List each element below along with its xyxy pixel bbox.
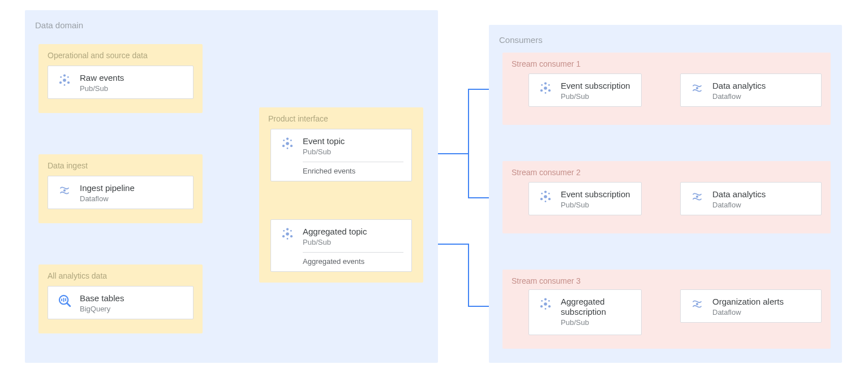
node-raw-events: Raw events Pub/Sub xyxy=(48,66,194,99)
svg-point-37 xyxy=(544,191,547,193)
node-event-topic: Event topic Pub/Sub Enriched events xyxy=(270,129,412,181)
svg-point-30 xyxy=(540,89,543,92)
node-sc2-sub-title: Event subscription xyxy=(561,189,633,199)
svg-point-51 xyxy=(696,303,698,305)
group-title-sc2: Stream consumer 2 xyxy=(512,168,822,177)
svg-point-8 xyxy=(67,81,70,84)
svg-point-31 xyxy=(548,89,551,92)
svg-point-11 xyxy=(64,84,66,86)
node-sc1-an-subtitle: Dataflow xyxy=(712,92,813,101)
node-sc3-subscription: Aggregated subscription Pub/Sub xyxy=(528,289,642,335)
svg-point-21 xyxy=(286,232,289,236)
svg-point-45 xyxy=(544,298,547,301)
svg-point-28 xyxy=(544,86,547,90)
svg-point-40 xyxy=(541,193,543,194)
svg-point-42 xyxy=(545,201,547,202)
group-title-operational-source: Operational and source data xyxy=(48,51,194,60)
group-title-sc1: Stream consumer 1 xyxy=(512,59,822,68)
pubsub-icon xyxy=(279,225,296,242)
group-title-all-analytics: All analytics data xyxy=(48,271,194,280)
svg-point-50 xyxy=(545,308,547,310)
svg-point-18 xyxy=(283,140,285,141)
svg-point-22 xyxy=(286,228,289,231)
svg-point-20 xyxy=(287,148,289,149)
svg-point-41 xyxy=(548,193,550,194)
dataflow-icon xyxy=(689,188,706,205)
svg-point-12 xyxy=(63,189,66,192)
svg-point-33 xyxy=(548,84,550,86)
svg-point-29 xyxy=(544,83,547,85)
bigquery-icon xyxy=(56,292,73,309)
svg-point-16 xyxy=(282,145,285,147)
group-title-product-interface: Product interface xyxy=(268,114,414,123)
svg-point-23 xyxy=(282,235,285,237)
pubsub-icon xyxy=(56,72,73,89)
node-sc2-an-subtitle: Dataflow xyxy=(712,201,813,209)
svg-point-32 xyxy=(541,84,543,86)
node-ingest-subtitle: Dataflow xyxy=(80,194,185,203)
svg-point-38 xyxy=(540,198,543,200)
node-aggregated-topic: Aggregated topic Pub/Sub Aggregated even… xyxy=(270,219,412,272)
pubsub-icon xyxy=(537,188,554,205)
node-agg-topic-subtitle: Pub/Sub xyxy=(303,238,403,246)
node-sc3-alerts: Organization alerts Dataflow xyxy=(680,289,822,323)
node-ingest-title: Ingest pipeline xyxy=(80,183,185,193)
node-sc3-an-title: Organization alerts xyxy=(712,297,813,307)
svg-point-39 xyxy=(548,198,551,200)
svg-point-49 xyxy=(548,300,550,302)
node-base-tables-title: Base tables xyxy=(80,293,185,303)
node-agg-topic-title: Aggregated topic xyxy=(303,227,403,237)
node-event-topic-detail: Enriched events xyxy=(303,162,403,175)
svg-point-15 xyxy=(286,138,289,140)
svg-point-10 xyxy=(67,76,69,78)
group-operational-source: Operational and source data Raw events P… xyxy=(38,44,203,113)
diagram-canvas: Data domain Consumers Operational and so… xyxy=(0,0,868,373)
svg-point-48 xyxy=(541,300,543,302)
group-title-sc3: Stream consumer 3 xyxy=(512,276,822,285)
dataflow-icon xyxy=(689,296,706,313)
svg-point-43 xyxy=(696,196,698,198)
svg-point-25 xyxy=(283,230,285,232)
node-sc2-subscription: Event subscription Pub/Sub xyxy=(528,182,642,215)
pubsub-icon xyxy=(537,296,554,313)
svg-point-24 xyxy=(290,235,293,237)
svg-point-36 xyxy=(544,195,547,198)
svg-point-47 xyxy=(548,305,551,307)
node-raw-events-title: Raw events xyxy=(80,73,185,83)
svg-point-6 xyxy=(63,75,66,77)
node-base-tables: Base tables BigQuery xyxy=(48,286,194,319)
node-sc1-analytics: Data analytics Dataflow xyxy=(680,73,822,107)
node-sc3-sub-subtitle: Pub/Sub xyxy=(561,318,633,327)
dataflow-icon xyxy=(56,182,73,199)
node-sc3-sub-title: Aggregated subscription xyxy=(561,297,633,317)
svg-point-26 xyxy=(290,230,292,232)
node-base-tables-subtitle: BigQuery xyxy=(80,305,185,313)
region-title-consumers: Consumers xyxy=(499,35,832,45)
svg-point-14 xyxy=(286,142,289,145)
group-data-ingest: Data ingest Ingest pipeline Dataflow xyxy=(38,154,203,223)
node-sc1-sub-title: Event subscription xyxy=(561,81,633,91)
node-sc1-an-title: Data analytics xyxy=(712,81,813,91)
node-sc1-sub-subtitle: Pub/Sub xyxy=(561,92,633,101)
svg-point-27 xyxy=(287,238,289,240)
region-title-data-domain: Data domain xyxy=(35,20,428,30)
node-sc3-an-subtitle: Dataflow xyxy=(712,308,813,316)
node-event-topic-title: Event topic xyxy=(303,136,403,146)
svg-point-5 xyxy=(63,79,66,82)
node-sc1-subscription: Event subscription Pub/Sub xyxy=(528,73,642,107)
svg-point-34 xyxy=(545,92,547,94)
group-title-data-ingest: Data ingest xyxy=(48,161,194,170)
pubsub-icon xyxy=(537,80,554,97)
svg-point-17 xyxy=(290,145,293,147)
node-raw-events-subtitle: Pub/Sub xyxy=(80,84,185,93)
node-ingest-pipeline: Ingest pipeline Dataflow xyxy=(48,176,194,209)
svg-point-46 xyxy=(540,305,543,307)
svg-point-19 xyxy=(290,140,292,141)
dataflow-icon xyxy=(689,80,706,97)
node-sc2-sub-subtitle: Pub/Sub xyxy=(561,201,633,209)
node-sc2-an-title: Data analytics xyxy=(712,189,813,199)
node-event-topic-subtitle: Pub/Sub xyxy=(303,148,403,156)
node-sc2-analytics: Data analytics Dataflow xyxy=(680,182,822,215)
group-all-analytics: All analytics data Base tables BigQuery xyxy=(38,264,203,333)
svg-point-44 xyxy=(544,302,547,306)
